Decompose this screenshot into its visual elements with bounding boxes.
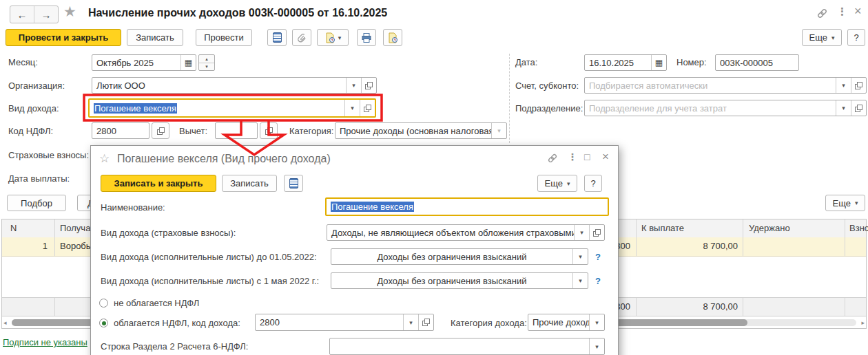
open-icon[interactable]: [360, 100, 375, 116]
dialog-help-button[interactable]: ?: [584, 175, 602, 192]
date-field[interactable]: 16.10.2025 ▦: [584, 54, 667, 71]
writ-before-help-link[interactable]: ?: [595, 252, 601, 262]
help-button[interactable]: ?: [847, 29, 865, 46]
deduction-field[interactable]: [215, 122, 258, 139]
dialog-get-link-icon[interactable]: [546, 151, 559, 165]
department-field[interactable]: Подразделение для учета затрат ▾: [584, 100, 867, 116]
income-type-field[interactable]: Погашение векселя ▾: [88, 98, 376, 118]
dropdown-icon[interactable]: ▾: [344, 100, 360, 116]
dialog-maximize-icon[interactable]: □: [584, 151, 590, 162]
department-label: Подразделение:: [515, 103, 583, 114]
dialog-more-label: Еще: [545, 178, 563, 189]
pay-date-label: Дата выплаты:: [8, 173, 70, 184]
dialog-save-and-close-button[interactable]: Записать и закрыть: [101, 175, 216, 192]
dialog-favorite-star-icon[interactable]: ☆: [99, 151, 110, 166]
income-type-label: Вид дохода:: [8, 103, 59, 114]
print-button[interactable]: [357, 29, 376, 46]
ndfl-open-button[interactable]: [152, 122, 169, 139]
dialog-register-button[interactable]: [284, 175, 303, 192]
open-icon[interactable]: [589, 225, 604, 240]
calendar-icon[interactable]: ▦: [180, 55, 196, 70]
number-field[interactable]: 003К-000005: [715, 54, 799, 71]
register-icon: [289, 178, 298, 189]
stepper-up-icon[interactable]: ▴: [199, 55, 214, 63]
name-field[interactable]: Погашение векселя: [325, 197, 609, 216]
deduction-label: Вычет:: [179, 126, 207, 136]
dialog-title: Погашение векселя (Вид прочего дохода): [117, 153, 331, 165]
radio-yes-ndfl[interactable]: облагается НДФЛ, код дохода:: [99, 318, 240, 328]
dropdown-icon[interactable]: ▾: [836, 78, 851, 93]
open-icon[interactable]: [418, 314, 433, 330]
col-header-n[interactable]: N: [10, 223, 17, 233]
post-button[interactable]: Провести: [196, 29, 252, 46]
dropdown-icon[interactable]: ▾: [836, 100, 851, 116]
account-field[interactable]: Подбирается автоматически ▾: [584, 77, 867, 94]
month-field[interactable]: Октябрь 2025 ▦: [92, 54, 196, 71]
calendar-icon[interactable]: ▦: [651, 55, 666, 70]
writ-after-label: Вид дохода (исполнительные листы) с 1 ма…: [101, 276, 319, 286]
writ-after-field[interactable]: Доходы без ограничения взысканий ▾: [331, 272, 588, 289]
post-and-close-button[interactable]: Провести и закрыть: [6, 29, 121, 46]
dialog-close-icon[interactable]: ×: [602, 150, 609, 164]
number-label: Номер:: [676, 57, 707, 67]
more-button[interactable]: Еще▾: [802, 29, 842, 46]
create-based-on-button[interactable]: ▾: [317, 29, 349, 46]
dialog-more-button[interactable]: Еще▾: [537, 175, 577, 192]
pick-button[interactable]: Подбор: [7, 195, 66, 211]
dropdown-icon[interactable]: ▾: [574, 225, 589, 240]
insurance-label: Страховые взносы:: [8, 150, 89, 160]
open-icon[interactable]: [361, 78, 376, 93]
page-title: Начисление прочих доходов 003К-000005 от…: [88, 7, 387, 19]
dropdown-icon[interactable]: ▾: [572, 273, 588, 288]
income-code-field[interactable]: 2800 ▾: [255, 314, 434, 331]
section2-field[interactable]: ▾: [329, 338, 605, 355]
chevron-down-icon: ▾: [855, 200, 858, 206]
organization-field[interactable]: Лютик ООО ▾: [92, 77, 377, 94]
scroll-right-icon[interactable]: ▸: [856, 319, 865, 326]
dialog-menu-icon[interactable]: ⋮: [568, 151, 577, 162]
ndfl-code-label: Код НДФЛ:: [8, 126, 53, 136]
get-link-icon[interactable]: [815, 6, 829, 20]
open-icon[interactable]: [851, 100, 866, 116]
totals-topay: 8 700,00: [650, 301, 738, 312]
dropdown-icon[interactable]: ▾: [589, 338, 604, 354]
chevron-down-icon: ▾: [338, 34, 342, 41]
dialog-save-button[interactable]: Записать: [222, 175, 277, 192]
back-button[interactable]: ←: [10, 6, 34, 23]
register-records-button[interactable]: [267, 29, 287, 46]
form-separator: [509, 54, 510, 143]
window-menu-icon[interactable]: ⋮: [837, 6, 847, 18]
dropdown-icon[interactable]: ▾: [572, 249, 588, 264]
account-label: Счет, субконто:: [515, 80, 579, 91]
col-header-recipient[interactable]: Получа: [60, 223, 90, 233]
ndfl-code-field[interactable]: 2800: [92, 122, 149, 139]
stepper-down-icon[interactable]: ▾: [199, 63, 214, 71]
income-category-field[interactable]: Прочие доходы (основная налогова ▾: [528, 314, 605, 331]
table-more-button[interactable]: Еще▾: [825, 195, 865, 211]
col-header-withheld[interactable]: Удержано: [749, 223, 790, 233]
dropdown-icon[interactable]: ▾: [346, 78, 361, 93]
signatures-link[interactable]: Подписи не указаны: [3, 337, 87, 347]
favorite-star-icon[interactable]: ★: [63, 3, 76, 20]
radio-no-ndfl[interactable]: не облагается НДФЛ: [99, 298, 199, 308]
dropdown-icon[interactable]: ▾: [403, 314, 418, 330]
month-stepper[interactable]: ▴ ▾: [198, 54, 215, 71]
dropdown-icon[interactable]: ▾: [589, 314, 604, 330]
scroll-left-icon[interactable]: ◂: [3, 319, 12, 326]
category-field[interactable]: Прочие доходы (основная налоговая база) …: [335, 122, 507, 139]
col-header-topay[interactable]: К выплате: [641, 223, 684, 233]
writ-after-help-link[interactable]: ?: [595, 276, 601, 286]
forward-button[interactable]: →: [34, 6, 58, 23]
open-icon[interactable]: [851, 78, 866, 93]
section2-label: Строка Раздела 2 Расчета 6-НДФЛ:: [101, 341, 248, 352]
name-label: Наименование:: [101, 202, 165, 213]
writ-before-field[interactable]: Доходы без ограничения взысканий ▾: [331, 248, 588, 265]
deduction-open-button[interactable]: [260, 122, 278, 139]
col-header-contrib[interactable]: Взно: [849, 223, 868, 233]
document-tasks-button[interactable]: [383, 29, 402, 46]
insurance-kind-field[interactable]: Доходы, не являющиеся объектом обложения…: [327, 224, 605, 241]
table-more-label: Еще: [833, 198, 851, 208]
save-button[interactable]: Записать: [127, 29, 183, 46]
window-close-icon[interactable]: ×: [854, 4, 862, 19]
attachments-button[interactable]: [292, 29, 311, 46]
